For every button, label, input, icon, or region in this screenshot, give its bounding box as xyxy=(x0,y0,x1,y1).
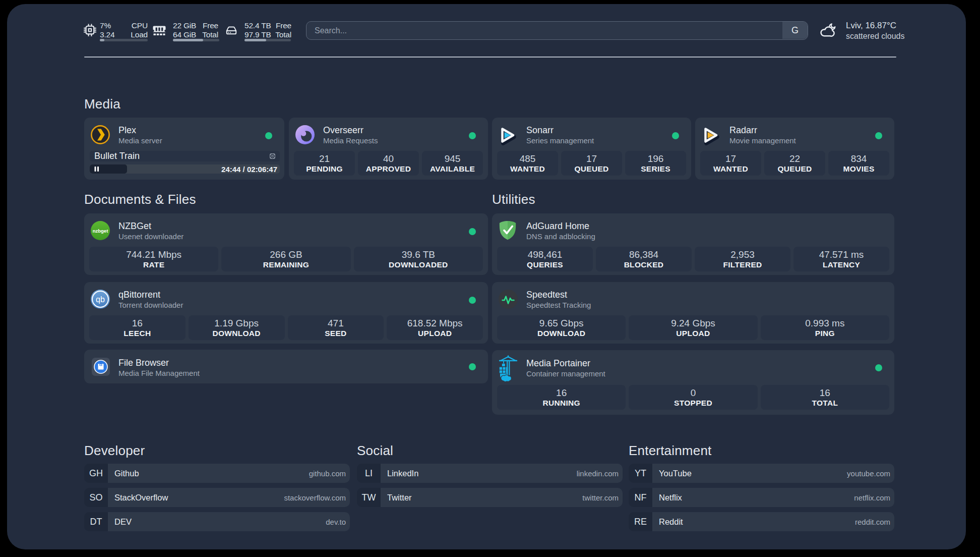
svg-text:nzbget: nzbget xyxy=(93,228,108,234)
svg-text:qb: qb xyxy=(96,295,105,304)
